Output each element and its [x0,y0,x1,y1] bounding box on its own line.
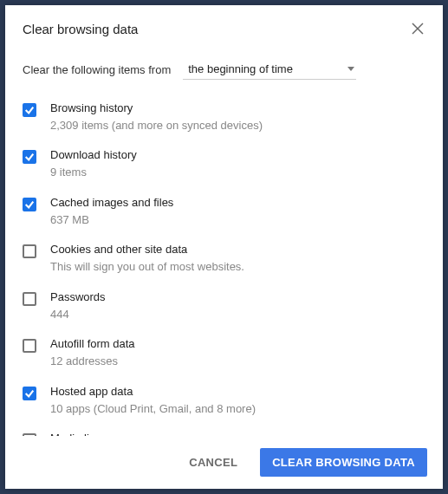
item-subtext: 637 MB [50,212,173,228]
list-item: Hosted app data10 apps (Cloud Print, Gma… [23,377,425,424]
data-type-list: Browsing history2,309 items (and more on… [5,85,443,436]
item-subtext: This will sign you out of most websites. [50,259,244,275]
list-item: Media licensesYou may lose access to pre… [23,424,425,436]
item-label: Hosted app data [50,385,256,400]
check-icon [24,105,35,115]
item-label: Browsing history [50,101,263,116]
check-icon [24,199,35,210]
close-button[interactable] [410,21,425,36]
time-range-label: Clear the following items from [23,63,171,76]
item-text: Cached images and files637 MB [50,196,173,227]
chevron-down-icon [347,67,354,71]
checkbox[interactable] [23,292,36,306]
item-label: Passwords [50,290,106,305]
item-text: Download history9 items [50,148,137,179]
list-item: Download history9 items [23,140,425,187]
item-label: Download history [50,148,137,163]
checkbox[interactable] [23,150,36,164]
clear-browsing-data-dialog: Clear browsing data Clear the following … [5,5,443,489]
check-icon [24,388,35,399]
item-text: Autofill form data12 addresses [50,337,135,368]
item-subtext: 9 items [50,165,137,180]
checkbox[interactable] [23,339,36,353]
clear-browsing-data-button[interactable]: Clear browsing data [260,448,427,477]
time-range-row: Clear the following items from the begin… [5,43,443,85]
cancel-button[interactable]: Cancel [177,448,250,477]
item-text: Browsing history2,309 items (and more on… [50,101,263,133]
item-text: Passwords444 [50,290,106,322]
check-icon [24,152,35,162]
item-subtext: 10 apps (Cloud Print, Gmail, and 8 more) [50,401,256,417]
item-label: Cached images and files [50,196,173,211]
checkbox[interactable] [23,244,36,258]
dialog-header: Clear browsing data [5,5,443,43]
dialog-title: Clear browsing data [23,22,138,36]
list-item: Passwords444 [23,283,425,329]
list-item: Cookies and other site dataThis will sig… [23,235,425,282]
list-item: Browsing history2,309 items (and more on… [23,94,425,140]
item-text: Cookies and other site dataThis will sig… [50,243,244,274]
time-range-value: the beginning of time [188,62,293,75]
dialog-footer: Cancel Clear browsing data [5,436,443,489]
item-label: Autofill form data [50,337,135,352]
item-label: Cookies and other site data [50,243,244,257]
checkbox[interactable] [23,198,36,211]
item-text: Hosted app data10 apps (Cloud Print, Gma… [50,385,256,416]
close-icon [412,23,424,35]
checkbox[interactable] [23,387,36,400]
dialog-backdrop: Clear browsing data Clear the following … [0,0,448,494]
item-subtext: 2,309 items (and more on synced devices) [50,118,263,133]
list-item: Autofill form data12 addresses [23,329,425,376]
item-subtext: 12 addresses [50,354,135,369]
time-range-dropdown[interactable]: the beginning of time [183,59,356,80]
list-item: Cached images and files637 MB [23,188,425,235]
checkbox[interactable] [23,103,36,117]
item-subtext: 444 [50,307,106,322]
